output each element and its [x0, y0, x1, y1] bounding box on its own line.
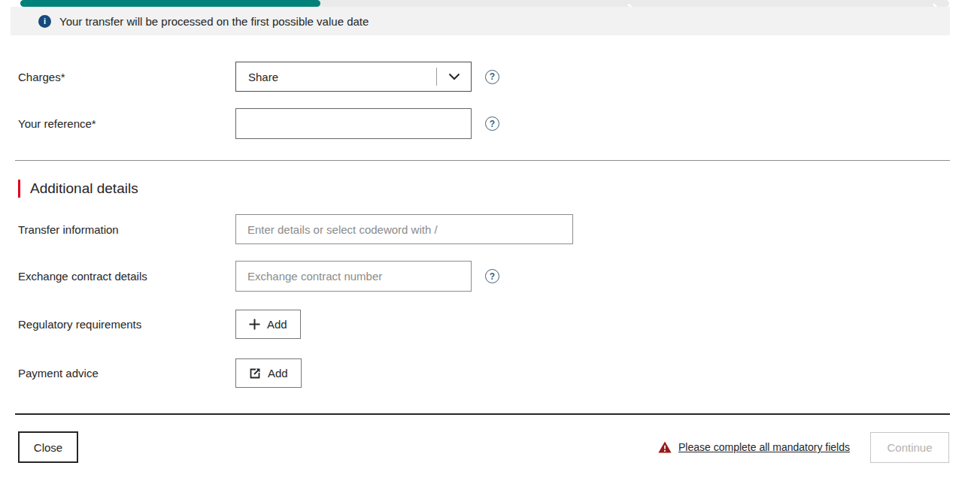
transfer-information-row: Transfer information — [18, 214, 573, 244]
charges-selected-value: Share — [236, 71, 436, 83]
close-button[interactable]: Close — [18, 431, 78, 463]
charges-label: Charges* — [18, 71, 235, 83]
continue-button[interactable]: Continue — [870, 432, 949, 463]
transfer-form-page: i Your transfer will be processed on the… — [0, 0, 980, 493]
section-divider — [15, 160, 950, 161]
footer-divider — [15, 413, 950, 415]
charges-help-icon[interactable]: ? — [485, 70, 499, 84]
progress-bar — [20, 0, 949, 7]
warning-icon — [658, 441, 672, 453]
payment-advice-row: Payment advice Add — [18, 358, 302, 388]
chevron-down-icon — [437, 73, 471, 80]
mandatory-fields-link[interactable]: Please complete all mandatory fields — [678, 441, 850, 453]
info-banner: i Your transfer will be processed on the… — [11, 7, 950, 35]
external-link-icon — [249, 367, 261, 380]
validation-warning: Please complete all mandatory fields — [658, 441, 850, 453]
your-reference-input[interactable] — [235, 108, 472, 139]
regulatory-requirements-label: Regulatory requirements — [18, 318, 235, 331]
add-button-label: Add — [268, 367, 288, 380]
charges-row: Charges* Share ? — [18, 62, 499, 92]
exchange-contract-input[interactable] — [235, 261, 472, 292]
heading-accent-bar — [18, 180, 20, 198]
exchange-contract-row: Exchange contract details ? — [18, 261, 499, 292]
regulatory-requirements-add-button[interactable]: Add — [235, 310, 301, 339]
your-reference-label: Your reference* — [18, 117, 235, 130]
exchange-contract-help-icon[interactable]: ? — [485, 269, 499, 283]
regulatory-requirements-row: Regulatory requirements Add — [18, 310, 301, 339]
plus-icon — [249, 319, 260, 330]
section-title: Additional details — [30, 180, 138, 197]
payment-advice-label: Payment advice — [18, 367, 235, 380]
footer: Close Please complete all mandatory fiel… — [18, 431, 949, 463]
progress-bar-fill — [20, 0, 320, 7]
charges-dropdown[interactable]: Share — [235, 62, 472, 92]
info-banner-message: Your transfer will be processed on the f… — [59, 15, 369, 28]
exchange-contract-label: Exchange contract details — [18, 270, 235, 283]
your-reference-help-icon[interactable]: ? — [485, 116, 499, 131]
add-button-label: Add — [267, 318, 287, 331]
your-reference-row: Your reference* ? — [18, 108, 499, 139]
additional-details-heading: Additional details — [18, 180, 138, 198]
progress-step-separator-icon — [931, 0, 939, 7]
progress-step-separator-icon — [626, 0, 633, 7]
info-icon: i — [38, 15, 51, 28]
transfer-information-input[interactable] — [235, 214, 573, 244]
transfer-information-label: Transfer information — [18, 223, 235, 236]
payment-advice-add-button[interactable]: Add — [235, 358, 302, 388]
